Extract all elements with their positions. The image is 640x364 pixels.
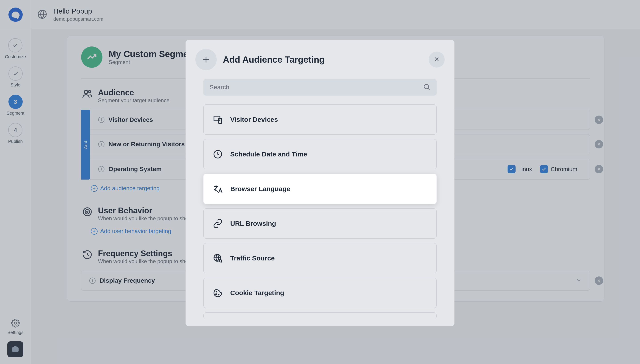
svg-point-15	[216, 294, 216, 295]
svg-point-14	[216, 291, 217, 292]
clock-icon	[212, 149, 223, 159]
option-url-browsing[interactable]: URL Browsing	[203, 208, 437, 239]
option-cookie-targeting[interactable]: Cookie Targeting	[203, 278, 437, 308]
add-targeting-modal: Add Audience Targeting Visitor D	[186, 40, 454, 326]
devices-icon	[212, 114, 223, 125]
option-visitor-devices[interactable]: Visitor Devices	[203, 104, 437, 135]
modal-title: Add Audience Targeting	[223, 55, 325, 65]
svg-point-8	[424, 84, 429, 89]
option-label: Browser Language	[230, 185, 290, 193]
option-label: Schedule Date and Time	[230, 150, 307, 158]
svg-point-16	[218, 294, 219, 295]
close-icon	[433, 56, 440, 63]
option-schedule[interactable]: Schedule Date and Time	[203, 139, 437, 169]
option-traffic-source[interactable]: Traffic Source	[203, 243, 437, 273]
search-input[interactable]	[210, 84, 423, 91]
cookie-icon	[212, 288, 223, 298]
option-label: Traffic Source	[230, 254, 275, 262]
modal-overlay[interactable]: Add Audience Targeting Visitor D	[0, 0, 640, 364]
search-icon	[423, 83, 430, 92]
option-label: URL Browsing	[230, 220, 276, 227]
option-browser-language[interactable]: Browser Language	[203, 174, 437, 204]
link-icon	[212, 218, 223, 229]
globe-search-icon	[212, 253, 223, 263]
modal-plus-icon	[195, 49, 217, 70]
option-label: Cookie Targeting	[230, 289, 284, 297]
search-field[interactable]	[203, 79, 437, 96]
option-next-partial[interactable]	[203, 312, 437, 319]
option-label: Visitor Devices	[230, 116, 278, 123]
translate-icon	[212, 184, 223, 194]
modal-close-button[interactable]	[429, 52, 445, 68]
